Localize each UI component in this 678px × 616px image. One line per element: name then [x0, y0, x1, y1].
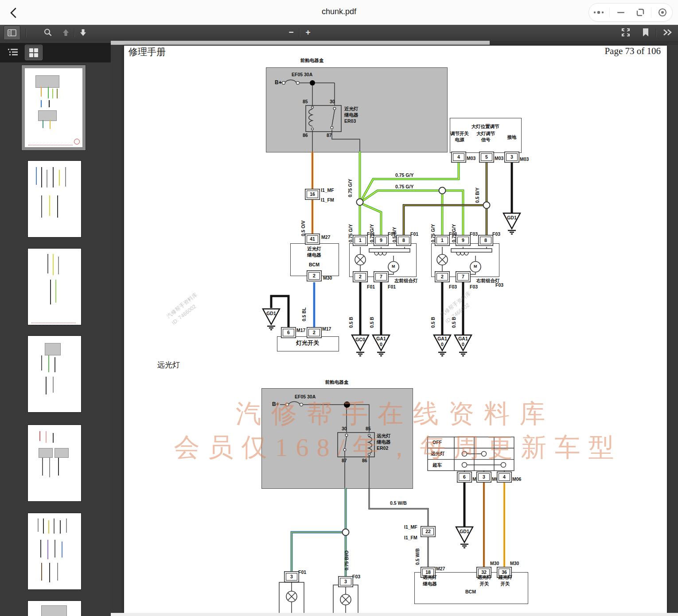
connector: 2 — [355, 273, 366, 281]
ground-label: 0 — [441, 342, 444, 347]
horizontal-scrollbar[interactable] — [111, 613, 678, 616]
wire-label: 0.5 B/Y — [475, 187, 480, 203]
adjust-box-text: 接地 — [507, 134, 517, 140]
thumbnail-page-5[interactable] — [27, 425, 82, 502]
connector-label: F01 — [367, 284, 375, 290]
target-circle-icon — [658, 8, 667, 17]
pdf-page: 修理手册 Page 73 of 106 — [124, 46, 667, 616]
bcm-text: 近光灯 — [307, 246, 321, 252]
presentation-mode-button[interactable] — [619, 26, 633, 39]
wire-label: 0.75 G/Y — [395, 184, 413, 190]
wire-label: 0.75 Bl/O — [344, 550, 349, 570]
relay-name: 继电器 — [344, 112, 358, 118]
connector-label: I1_MF — [404, 524, 417, 530]
bcm-text: 远光灯 — [477, 574, 491, 580]
arrow-up-icon — [62, 29, 70, 36]
minimize-button[interactable] — [612, 4, 630, 21]
connector: 22 — [422, 528, 434, 535]
thumbnail-page-7[interactable] — [27, 600, 82, 616]
divider — [299, 28, 300, 37]
connector-label: F03 — [470, 231, 478, 237]
ground-label: GA1 — [458, 336, 468, 342]
thumbnails-view-button[interactable] — [25, 45, 43, 60]
ground-label: GD1 — [266, 311, 276, 316]
thumbnail-page-4[interactable] — [27, 335, 82, 413]
sidebar-toggle-button[interactable] — [4, 26, 20, 40]
outline-view-button[interactable] — [4, 45, 21, 59]
fullscreen-icon — [621, 28, 630, 37]
relay-pin: 86 — [303, 133, 308, 138]
watermark-line2: 会员仅168/年，每周更新车型 — [174, 430, 622, 465]
wire-label: 0.5 B — [430, 317, 436, 328]
divider — [656, 28, 656, 37]
light-switch-title: 灯光开关 — [296, 339, 319, 347]
adjust-box-text: 信号 — [481, 137, 491, 143]
connector: 1 — [436, 237, 448, 244]
connector: 3 — [340, 578, 351, 585]
ground-label: GA1 — [437, 336, 447, 342]
connector-label: M27 — [436, 566, 445, 572]
connector-label: M03 — [495, 156, 503, 161]
connector: 4 — [453, 153, 464, 161]
ground-label: 0 — [462, 342, 464, 347]
relay-pin: 87 — [327, 133, 332, 138]
connector-label: M27 — [321, 234, 330, 240]
page-down-button[interactable] — [76, 26, 90, 39]
minus-icon: − — [288, 27, 293, 37]
loading-bar — [111, 41, 678, 45]
thumbnail-page-6[interactable] — [27, 513, 82, 590]
page-up-button[interactable] — [59, 26, 72, 39]
ground-label: GA1 — [376, 336, 386, 342]
double-chevron-right-icon — [662, 29, 672, 36]
wire-label: 0.75 G/Y — [347, 179, 353, 197]
bcm-text: 超光灯 — [498, 574, 512, 580]
loading-progress — [111, 41, 490, 45]
close-button[interactable] — [654, 4, 671, 21]
connector: 2 — [436, 273, 448, 281]
restore-button[interactable] — [631, 4, 649, 21]
adjust-box-text: 大灯调节 — [476, 131, 495, 136]
more-menu-button[interactable] — [590, 4, 608, 21]
lamp-name: 左前组合灯 — [394, 278, 418, 284]
thumbnail-page-1[interactable] — [22, 65, 86, 150]
relay-name: ER03 — [344, 118, 356, 124]
thumbnail-page-2[interactable] — [27, 160, 82, 238]
sidebar-toggle-icon — [8, 29, 16, 36]
bplus-label: B+ — [275, 79, 282, 86]
bcm-text: BCM — [309, 262, 320, 268]
window-capsule — [588, 3, 673, 22]
bcm-text: BCM — [465, 589, 476, 595]
connector-label: M30 — [490, 561, 499, 566]
more-tools-button[interactable] — [660, 26, 675, 39]
app-header: chunk.pdf — [0, 0, 678, 25]
connector-label: F03 — [449, 284, 457, 290]
connector-label: M30 — [510, 561, 519, 566]
divider — [26, 28, 26, 37]
bcm-text: 开关 — [501, 581, 510, 587]
thumbnail-watermark — [28, 145, 73, 145]
watermark-line1: 汽修帮手在线资料库 — [236, 397, 555, 431]
search-button[interactable] — [41, 26, 55, 39]
wire-label: 0.75 G/Y — [430, 224, 436, 242]
minimize-icon — [617, 11, 624, 14]
connector-label: F01 — [298, 569, 306, 575]
connector-label: M03 — [520, 156, 529, 162]
bcm-text: 继电器 — [423, 581, 437, 587]
motor-label: M — [392, 264, 395, 269]
connector-label: F01 — [388, 284, 396, 290]
document-title: chunk.pdf — [0, 7, 678, 16]
connector-label: F03 — [470, 284, 478, 290]
plus-icon: + — [305, 27, 310, 37]
connector: 1 — [355, 237, 366, 244]
connector: 4 — [499, 473, 510, 481]
thumbnail-page-3[interactable] — [27, 248, 82, 325]
wire-label: 0.75 G/Y — [348, 224, 353, 242]
bookmark-button[interactable] — [639, 26, 652, 39]
arrow-down-icon — [79, 29, 87, 36]
zoom-in-button[interactable]: + — [302, 26, 314, 39]
ground-label: GD1 — [460, 529, 469, 534]
sidebar-header — [0, 43, 111, 62]
connector-label: M30 — [323, 275, 332, 281]
zoom-out-button[interactable]: − — [285, 26, 297, 39]
relay-name: 近光灯 — [344, 106, 358, 112]
